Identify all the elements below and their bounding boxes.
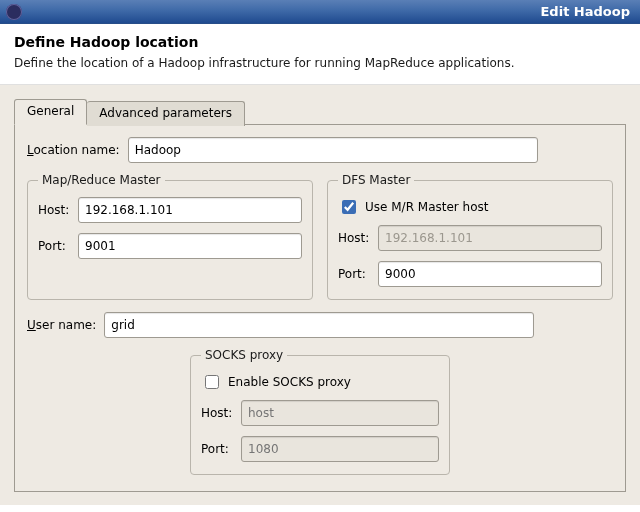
dfs-port-input[interactable] <box>378 261 602 287</box>
eclipse-icon <box>6 4 22 20</box>
use-mr-master-checkbox[interactable] <box>342 200 356 214</box>
page-title: Define Hadoop location <box>14 34 626 50</box>
tabpanel-general: Location name: Map/Reduce Master Host: P… <box>14 124 626 492</box>
title-bar: Edit Hadoop <box>0 0 640 24</box>
dfs-host-label: Host: <box>338 231 372 245</box>
dfs-port-label: Port: <box>338 267 372 281</box>
socks-port-input <box>241 436 439 462</box>
tab-advanced-label: Advanced parameters <box>99 106 232 120</box>
socks-host-label: Host: <box>201 406 235 420</box>
location-name-input[interactable] <box>128 137 538 163</box>
dialog-body: General Advanced parameters Location nam… <box>0 85 640 505</box>
socks-proxy-group: SOCKS proxy Enable SOCKS proxy Host: Por… <box>190 348 450 475</box>
map-reduce-master-legend: Map/Reduce Master <box>38 173 165 187</box>
enable-socks-label: Enable SOCKS proxy <box>228 375 351 389</box>
dfs-master-group: DFS Master Use M/R Master host Host: Por… <box>327 173 613 300</box>
mr-port-input[interactable] <box>78 233 302 259</box>
mr-port-label: Port: <box>38 239 72 253</box>
user-name-label: User name: <box>27 318 96 332</box>
location-name-row: Location name: <box>27 137 613 163</box>
page-subtitle: Define the location of a Hadoop infrastr… <box>14 56 626 70</box>
tab-general-label: General <box>27 104 74 118</box>
tab-advanced[interactable]: Advanced parameters <box>87 101 245 126</box>
socks-port-label: Port: <box>201 442 235 456</box>
map-reduce-master-group: Map/Reduce Master Host: Port: <box>27 173 313 300</box>
user-name-input[interactable] <box>104 312 534 338</box>
socks-proxy-legend: SOCKS proxy <box>201 348 287 362</box>
dfs-host-input <box>378 225 602 251</box>
enable-socks-checkbox[interactable] <box>205 375 219 389</box>
mr-host-label: Host: <box>38 203 72 217</box>
dfs-master-legend: DFS Master <box>338 173 414 187</box>
tab-general[interactable]: General <box>14 99 87 125</box>
use-mr-master-label: Use M/R Master host <box>365 200 488 214</box>
tab-strip: General Advanced parameters <box>14 99 626 125</box>
dialog-header: Define Hadoop location Define the locati… <box>0 24 640 85</box>
mr-host-input[interactable] <box>78 197 302 223</box>
user-name-row: User name: <box>27 312 613 338</box>
location-name-label: Location name: <box>27 143 120 157</box>
socks-host-input <box>241 400 439 426</box>
window-title: Edit Hadoop <box>22 4 634 19</box>
